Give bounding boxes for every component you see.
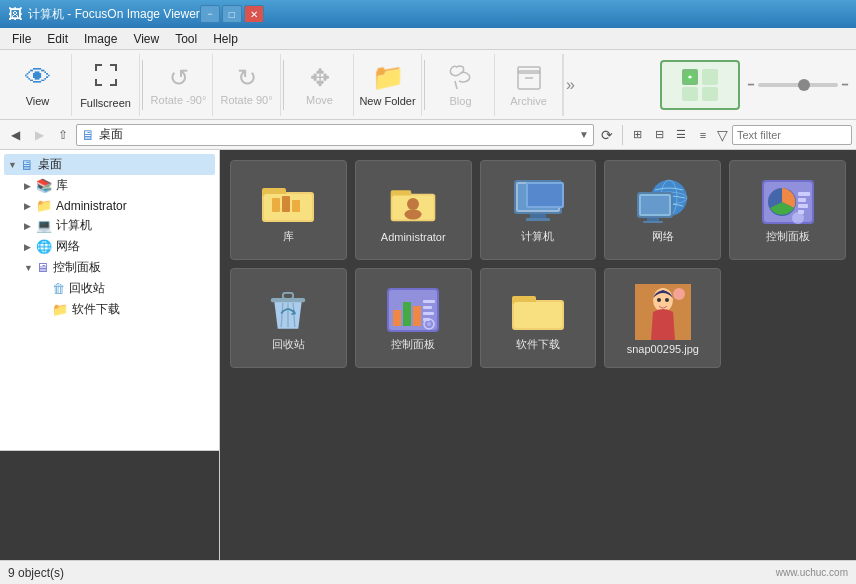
menu-edit[interactable]: Edit (39, 30, 76, 48)
tree-item-downloads[interactable]: ▶ 📁 软件下载 (36, 299, 215, 320)
address-dropdown-button[interactable]: ▼ (579, 129, 589, 140)
tree-toggle-lib[interactable]: ▶ (24, 181, 36, 191)
tree-toggle-admin[interactable]: ▶ (24, 201, 36, 211)
svg-rect-50 (393, 310, 401, 326)
view-switcher[interactable] (660, 60, 740, 110)
toolbar-archive-button[interactable]: Archive (495, 54, 563, 116)
tree-item-controlpanel[interactable]: ▼ 🖥 控制面板 (20, 257, 215, 278)
archive-label: Archive (510, 95, 547, 107)
svg-rect-39 (798, 198, 806, 202)
tree-item-network[interactable]: ▶ 🌐 网络 (20, 236, 215, 257)
tree-label-computer: 计算机 (56, 217, 92, 234)
tree-item-recycle[interactable]: ▶ 🗑 回收站 (36, 278, 215, 299)
svg-rect-6 (682, 87, 698, 101)
toolbar-rotate-right-button[interactable]: ↻ Rotate 90° (213, 54, 281, 116)
rotate-right-icon: ↻ (237, 64, 257, 92)
view-details-button[interactable]: ≡ (693, 125, 713, 145)
tree-item-admin[interactable]: ▶ 📁 Administrator (20, 196, 215, 215)
file-item-control-panel2[interactable]: 控制面板 (355, 268, 472, 368)
tree-toggle-desktop[interactable]: ▼ (8, 160, 20, 170)
file-item-snap[interactable]: snap00295.jpg (604, 268, 721, 368)
toolbar-new-folder-button[interactable]: 📁 New Folder (354, 54, 422, 116)
svg-rect-13 (282, 196, 290, 212)
tree-label-controlpanel: 控制面板 (53, 259, 101, 276)
nav-divider (622, 125, 623, 145)
svg-rect-26 (526, 218, 550, 221)
main-content: ▼ 🖥 桌面 ▶ 📚 库 ▶ 📁 Administrator (0, 150, 856, 560)
file-name-computer: 计算机 (521, 229, 554, 244)
toolbar-view-button[interactable]: 👁 View (4, 54, 72, 116)
tree-toggle-network[interactable]: ▶ (24, 242, 36, 252)
refresh-button[interactable]: ⟳ (596, 124, 618, 146)
file-item-recycle-bin[interactable]: 回收站 (230, 268, 347, 368)
menu-tool[interactable]: Tool (167, 30, 205, 48)
tree-toggle-controlpanel[interactable]: ▼ (24, 263, 36, 273)
slider-area: ━ ━ (748, 79, 848, 90)
menu-help[interactable]: Help (205, 30, 246, 48)
menu-image[interactable]: Image (76, 30, 125, 48)
text-filter-input[interactable] (732, 125, 852, 145)
file-item-control-panel[interactable]: 控制面板 (729, 160, 846, 260)
downloads-tree-icon: 📁 (52, 302, 68, 317)
status-bar: 9 object(s) www.uchuc.com (0, 560, 856, 584)
address-text: 桌面 (99, 126, 123, 143)
filter-icon: ▽ (717, 127, 728, 143)
up-button[interactable]: ⇧ (52, 124, 74, 146)
move-icon: ✥ (310, 64, 330, 92)
title-bar-text: 计算机 - FocusOn Image Viewer (28, 6, 200, 23)
close-button[interactable]: ✕ (244, 5, 264, 23)
svg-point-64 (657, 298, 661, 302)
menu-view[interactable]: View (125, 30, 167, 48)
file-icon-recycle-bin (260, 286, 316, 337)
toolbar-blog-button[interactable]: Blog (427, 54, 495, 116)
file-item-administrator[interactable]: Administrator (355, 160, 472, 260)
file-item-lib[interactable]: 库 (230, 160, 347, 260)
file-name-control-panel2: 控制面板 (391, 337, 435, 352)
file-item-network[interactable]: 网络 (604, 160, 721, 260)
tree-label-recycle: 回收站 (69, 280, 105, 297)
archive-icon (515, 63, 543, 93)
size-slider[interactable] (758, 83, 838, 87)
svg-rect-24 (528, 184, 562, 206)
svg-rect-14 (292, 200, 300, 212)
svg-rect-38 (798, 192, 810, 196)
svg-rect-34 (643, 221, 663, 223)
tree-item-lib[interactable]: ▶ 📚 库 (20, 175, 215, 196)
svg-point-19 (405, 209, 422, 219)
file-item-computer[interactable]: 计算机 (480, 160, 597, 260)
forward-button[interactable]: ▶ (28, 124, 50, 146)
tree-toggle-recycle: ▶ (40, 284, 52, 294)
svg-point-58 (427, 322, 431, 326)
file-name-snap: snap00295.jpg (627, 343, 699, 355)
file-name-lib: 库 (283, 229, 294, 244)
view-medium-icons-button[interactable]: ⊟ (649, 125, 669, 145)
menu-file[interactable]: File (4, 30, 39, 48)
new-folder-icon: 📁 (372, 62, 404, 93)
blog-icon (447, 63, 475, 93)
toolbar-fullscreen-button[interactable]: Fullscreen (72, 54, 140, 116)
tree-toggle-computer[interactable]: ▶ (24, 221, 36, 231)
view-large-icons-button[interactable]: ⊞ (627, 125, 647, 145)
svg-rect-61 (514, 302, 562, 328)
view-list-button[interactable]: ☰ (671, 125, 691, 145)
recycle-tree-icon: 🗑 (52, 281, 65, 296)
back-button[interactable]: ◀ (4, 124, 26, 146)
svg-rect-47 (283, 293, 293, 299)
tree-label-admin: Administrator (56, 199, 127, 213)
tree-item-desktop[interactable]: ▼ 🖥 桌面 (4, 154, 215, 175)
svg-rect-5 (702, 69, 718, 85)
svg-rect-40 (798, 204, 808, 208)
svg-rect-53 (423, 300, 435, 303)
blog-label: Blog (449, 95, 471, 107)
toolbar-move-button[interactable]: ✥ Move (286, 54, 354, 116)
title-bar: 🖼 计算机 - FocusOn Image Viewer － □ ✕ (0, 0, 856, 28)
minimize-button[interactable]: － (200, 5, 220, 23)
svg-point-66 (673, 288, 685, 300)
file-item-downloads[interactable]: 软件下载 (480, 268, 597, 368)
toolbar-expand-button[interactable]: » (563, 54, 577, 116)
toolbar-rotate-left-button[interactable]: ↺ Rotate -90° (145, 54, 213, 116)
file-icon-control-panel2 (385, 286, 441, 337)
tree-label-downloads: 软件下载 (72, 301, 120, 318)
maximize-button[interactable]: □ (222, 5, 242, 23)
tree-item-computer[interactable]: ▶ 💻 计算机 (20, 215, 215, 236)
